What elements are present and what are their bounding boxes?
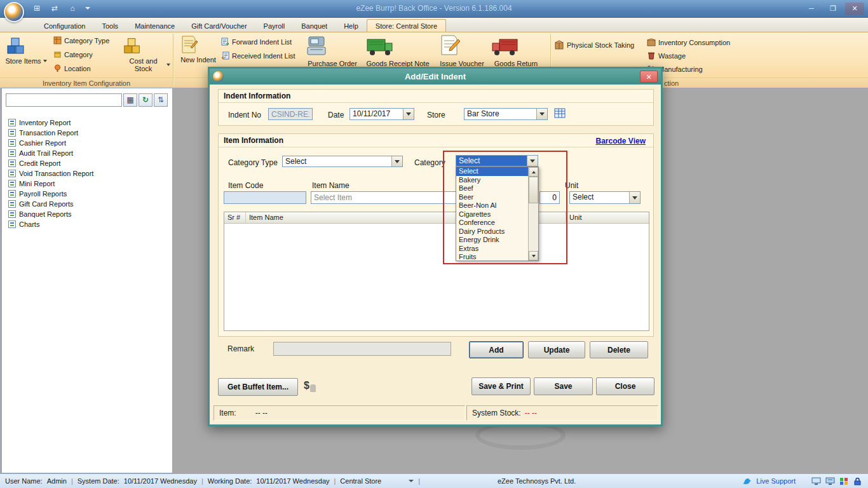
unit-combobox[interactable]: Select bbox=[569, 191, 641, 204]
live-support-link[interactable]: Live Support bbox=[756, 477, 796, 485]
forward-indent-list-icon bbox=[221, 37, 229, 46]
indent-items-table: Sr # Item Name Unit bbox=[224, 212, 649, 331]
menu-tab-tools[interactable]: Tools bbox=[93, 20, 126, 32]
location-button[interactable]: Location bbox=[53, 64, 91, 72]
dropdown-option-beer-non-al[interactable]: Beer-Non Al bbox=[456, 201, 528, 210]
dropdown-option-select[interactable]: Select bbox=[456, 167, 528, 176]
maximize-button[interactable] bbox=[824, 3, 843, 15]
store-combobox[interactable]: Bar Store bbox=[464, 108, 548, 120]
footer-system-stock-label: System Stock: bbox=[472, 409, 521, 417]
working-date-label: Working Date: bbox=[208, 477, 252, 485]
barcode-view-link[interactable]: Barcode View bbox=[596, 137, 646, 146]
menu-tab-banquet[interactable]: Banquet bbox=[293, 20, 336, 32]
users-icon[interactable] bbox=[31, 3, 43, 14]
inventory-consumption-button[interactable]: Inventory Consumption bbox=[647, 38, 730, 46]
save-button[interactable]: Save bbox=[534, 377, 593, 395]
cost-and-stock-button[interactable]: Cost and Stock bbox=[122, 36, 170, 72]
dropdown-option-energy-drink[interactable]: Energy Drink bbox=[456, 236, 528, 245]
menu-tab-gift-card-voucher[interactable]: Gift Card/Voucher bbox=[183, 20, 255, 32]
dropdown-option-bakery[interactable]: Bakery bbox=[456, 176, 528, 185]
category-combobox[interactable]: Select bbox=[456, 155, 538, 166]
goods-receipt-note-button[interactable]: Goods Receipt Note bbox=[366, 33, 430, 67]
col-header-unit[interactable]: Unit bbox=[566, 212, 649, 223]
calculator-icon[interactable] bbox=[123, 93, 137, 107]
tree-item-banquet-reports[interactable]: Banquet Reports bbox=[8, 209, 170, 219]
category-button[interactable]: Category bbox=[53, 50, 93, 58]
refresh-icon[interactable] bbox=[139, 93, 153, 107]
store-list-icon[interactable] bbox=[554, 107, 566, 119]
lock-icon[interactable] bbox=[853, 477, 863, 485]
add-button[interactable]: Add bbox=[469, 341, 524, 358]
issue-voucher-button[interactable]: Issue Voucher bbox=[437, 33, 487, 67]
tree-item-payroll-reports[interactable]: Payroll Reports bbox=[8, 189, 170, 199]
scrollbar-thumb[interactable] bbox=[529, 177, 538, 203]
item-code-input[interactable] bbox=[224, 191, 306, 204]
monitor-icon[interactable] bbox=[811, 477, 821, 485]
user-name-label: User Name: bbox=[5, 477, 43, 485]
delete-button[interactable]: Delete bbox=[590, 341, 648, 358]
save-and-print-button[interactable]: Save & Print bbox=[471, 377, 531, 395]
dialog-close-button[interactable] bbox=[640, 71, 658, 83]
category-type-combobox[interactable]: Select bbox=[282, 156, 403, 167]
forward-indent-list-button[interactable]: Forward Indent List bbox=[221, 37, 292, 46]
dropdown-option-fruits[interactable]: Fruits bbox=[456, 253, 528, 261]
dropdown-option-beer[interactable]: Beer bbox=[456, 193, 528, 202]
tree-item-audit-trail-report[interactable]: Audit Trail Report bbox=[8, 148, 170, 158]
quick-access-caret-icon[interactable] bbox=[85, 7, 90, 10]
system-date-label: System Date: bbox=[78, 477, 119, 485]
menu-tab-store-central-store[interactable]: Store: Central Store bbox=[367, 19, 446, 32]
tree-item-mini-report[interactable]: Mini Report bbox=[8, 179, 170, 189]
menu-tab-help[interactable]: Help bbox=[336, 20, 367, 32]
new-indent-button[interactable]: New Indent bbox=[179, 34, 217, 64]
modules-grid-icon[interactable] bbox=[839, 477, 849, 485]
goods-return-button[interactable]: Goods Return bbox=[489, 33, 543, 67]
category-type-button[interactable]: Category Type bbox=[53, 36, 109, 44]
goods-return-icon bbox=[489, 33, 543, 58]
report-search-input[interactable] bbox=[6, 93, 122, 107]
sort-icon[interactable] bbox=[154, 93, 168, 107]
quantity-input[interactable] bbox=[539, 191, 560, 204]
tree-item-gift-card-reports[interactable]: Gift Card Reports bbox=[8, 199, 170, 209]
update-button[interactable]: Update bbox=[528, 341, 585, 358]
wastage-button[interactable]: Wastage bbox=[647, 51, 686, 60]
dropdown-scrollbar[interactable] bbox=[528, 167, 538, 261]
get-buffet-item-button[interactable]: Get Buffet Item... bbox=[218, 378, 298, 396]
tree-item-charts[interactable]: Charts bbox=[8, 219, 170, 229]
dropdown-option-dairy-products[interactable]: Dairy Products bbox=[456, 227, 528, 236]
location-icon bbox=[53, 64, 62, 72]
tree-item-void-transaction-report[interactable]: Void Transaction Report bbox=[8, 168, 170, 179]
dialog-title: Add/Edit Indent bbox=[405, 72, 466, 81]
store-items-button[interactable]: Store Items bbox=[5, 36, 47, 65]
menu-bar: Configuration Tools Maintenance Gift Car… bbox=[0, 18, 868, 32]
remark-input[interactable] bbox=[273, 342, 451, 356]
store-selector[interactable]: Central Store bbox=[340, 477, 381, 485]
dropdown-option-cigarettes[interactable]: Cigarettes bbox=[456, 210, 528, 219]
remote-desktop-icon[interactable] bbox=[825, 477, 835, 485]
close-button[interactable]: Close bbox=[596, 377, 654, 395]
received-indent-list-button[interactable]: Received Indent List bbox=[221, 51, 295, 60]
date-combobox[interactable]: 10/11/2017 bbox=[349, 108, 414, 120]
dropdown-option-conference[interactable]: Conference bbox=[456, 219, 528, 227]
share-icon[interactable] bbox=[48, 3, 61, 14]
dropdown-option-beef[interactable]: Beef bbox=[456, 184, 528, 193]
tree-item-credit-report[interactable]: Credit Report bbox=[8, 158, 170, 168]
col-header-sr[interactable]: Sr # bbox=[224, 212, 246, 223]
tree-item-transaction-report[interactable]: Transaction Report bbox=[8, 128, 170, 138]
save-icon[interactable] bbox=[66, 3, 79, 14]
company-name: eZee Technosys Pvt. Ltd. bbox=[498, 477, 576, 485]
store-items-icon bbox=[5, 36, 47, 56]
scroll-down-icon[interactable] bbox=[529, 251, 538, 261]
purchase-order-button[interactable]: Purchase Order bbox=[304, 33, 361, 67]
minimize-button[interactable] bbox=[802, 3, 821, 15]
window-close-button[interactable] bbox=[845, 3, 864, 15]
dropdown-option-extras[interactable]: Extras bbox=[456, 245, 528, 254]
scroll-up-icon[interactable] bbox=[529, 167, 538, 177]
menu-tab-configuration[interactable]: Configuration bbox=[36, 20, 93, 32]
menu-tab-payroll[interactable]: Payroll bbox=[255, 20, 294, 32]
tree-item-inventory-report[interactable]: Inventory Report bbox=[8, 118, 170, 128]
physical-stock-taking-button[interactable]: Physical Stock Taking bbox=[554, 40, 634, 50]
menu-tab-maintenance[interactable]: Maintenance bbox=[126, 20, 183, 32]
live-support-bird-icon[interactable] bbox=[742, 477, 752, 485]
store-selector-caret-icon[interactable] bbox=[409, 480, 414, 482]
tree-item-cashier-report[interactable]: Cashier Report bbox=[8, 138, 170, 148]
